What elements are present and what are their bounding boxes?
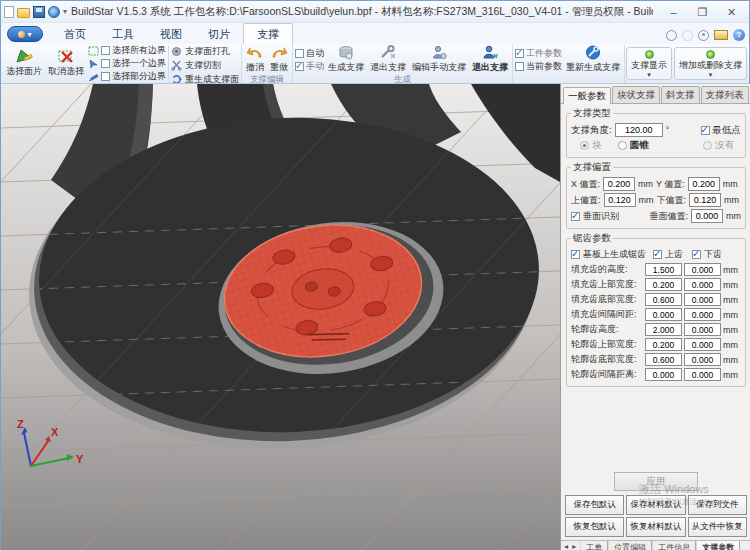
checkbox-box[interactable]	[295, 62, 304, 71]
select-facet-button[interactable]: 选择面片	[4, 49, 44, 78]
param-input-a[interactable]	[645, 338, 682, 351]
bottom-tab-support-params[interactable]: 支撑参数	[696, 541, 740, 550]
app-menu-button[interactable]: ▾	[7, 26, 43, 42]
param-input-a[interactable]	[645, 293, 682, 306]
param-input-b[interactable]	[684, 338, 721, 351]
checkbox-workpiece-params[interactable]: 工件参数	[515, 48, 562, 59]
param-input-b[interactable]	[684, 278, 721, 291]
save-icon[interactable]	[33, 6, 45, 18]
help-icon[interactable]: ?	[733, 29, 745, 41]
checkbox-auto[interactable]: 自动	[295, 48, 324, 59]
regen-support-face-button[interactable]: 重生成支撑面	[171, 73, 239, 84]
save-material-default-button[interactable]: 保存材料默认	[626, 495, 685, 515]
gear-icon[interactable]	[698, 30, 709, 41]
close-button[interactable]: ✕	[717, 3, 746, 21]
save-package-default-button[interactable]: 保存包默认	[565, 495, 624, 515]
support-punch-button[interactable]: 支撑面打孔	[171, 45, 239, 57]
bottom-tab-position-edit[interactable]: 位置编辑	[608, 541, 652, 550]
param-input-b[interactable]	[684, 263, 721, 276]
lowest-point-checkbox[interactable]	[701, 126, 710, 135]
restore-material-default-button[interactable]: 恢复材料默认	[626, 517, 685, 537]
tab-support[interactable]: 支撑	[243, 23, 293, 44]
screen-options-icon[interactable]	[714, 30, 728, 40]
down-offset-input[interactable]	[689, 193, 721, 207]
vertical-face-checkbox[interactable]	[571, 212, 580, 221]
regenerate-support-button[interactable]: 重新生成支撑	[564, 45, 622, 74]
y-offset-input[interactable]	[688, 177, 720, 191]
radio-cone[interactable]	[618, 141, 627, 150]
param-input-a[interactable]	[645, 368, 682, 381]
exit-support-button-2[interactable]: 退出支撑	[470, 45, 510, 74]
support-cut-button[interactable]: 支撑切割	[171, 59, 239, 71]
quickbar-dropdown-icon[interactable]: ▾	[63, 7, 67, 16]
tab-general-params[interactable]: 一般参数	[563, 87, 611, 104]
checkbox-select-one-boundary[interactable]: 选择一个边界	[101, 58, 166, 69]
circle-icon[interactable]	[682, 30, 693, 41]
tab-tools[interactable]: 工具	[99, 24, 147, 44]
tab-block-support[interactable]: 块状支撑	[612, 86, 660, 103]
generate-support-button[interactable]: 生成支撑	[326, 45, 366, 74]
tab-slice[interactable]: 切片	[195, 24, 243, 44]
undo-button[interactable]: 撤消	[244, 45, 266, 74]
radio-none[interactable]	[703, 141, 712, 150]
checkbox-select-all-boundary[interactable]: 选择所有边界	[101, 45, 166, 56]
angle-input[interactable]	[615, 123, 663, 137]
vf-offset-input[interactable]	[691, 209, 723, 223]
deselect-button[interactable]: 取消选择	[46, 49, 86, 78]
radio-block[interactable]	[580, 141, 589, 150]
checkbox-box[interactable]	[295, 49, 304, 58]
tab-slant-support[interactable]: 斜支撑	[661, 86, 700, 103]
checkbox-box[interactable]	[515, 49, 524, 58]
support-display-button[interactable]: 支撑显示 ▾	[626, 47, 672, 80]
lower-tooth-checkbox[interactable]	[692, 250, 701, 259]
param-input-a[interactable]	[645, 308, 682, 321]
cursor-icon[interactable]	[88, 58, 99, 69]
compass-icon[interactable]	[666, 30, 677, 41]
tab-support-list[interactable]: 支撑列表	[701, 86, 749, 103]
y-offset-label: Y 偏置:	[656, 178, 685, 191]
param-input-b[interactable]	[684, 308, 721, 321]
checkbox-select-part-boundary[interactable]: 选择部分边界	[101, 71, 166, 82]
restore-from-file-button[interactable]: 从文件中恢复	[688, 517, 747, 537]
checkbox-box[interactable]	[515, 62, 524, 71]
param-input-a[interactable]	[645, 353, 682, 366]
checkbox-manual[interactable]: 手动	[295, 61, 324, 72]
param-input-a[interactable]	[645, 263, 682, 276]
param-input-b[interactable]	[684, 353, 721, 366]
bottom-tab-part-info[interactable]: 工件信息	[652, 541, 696, 550]
bottom-tab-worklist[interactable]: 工单	[580, 541, 608, 550]
tab-home[interactable]: 首页	[51, 24, 99, 44]
param-input-b[interactable]	[684, 368, 721, 381]
unit-label: mm	[723, 355, 738, 365]
upper-tooth-checkbox[interactable]	[653, 250, 662, 259]
param-input-b[interactable]	[684, 293, 721, 306]
edit-manual-support-button[interactable]: 编辑手动支撑	[410, 45, 468, 74]
tab-view[interactable]: 视图	[147, 24, 195, 44]
viewport-3d[interactable]: Z X Y	[1, 84, 560, 550]
apply-button[interactable]: 应用	[614, 472, 698, 491]
restore-package-default-button[interactable]: 恢复包默认	[565, 517, 624, 537]
x-offset-input[interactable]	[603, 177, 635, 191]
maximize-button[interactable]: ❐	[688, 3, 717, 21]
add-remove-support-label: 增加或删除支撑	[679, 59, 742, 72]
param-input-a[interactable]	[645, 278, 682, 291]
param-input-b[interactable]	[684, 323, 721, 336]
pencil-icon[interactable]	[88, 71, 99, 82]
tab-scroll-arrows[interactable]: ◂ ▸	[561, 541, 580, 550]
app-sphere-icon[interactable]	[48, 6, 60, 18]
rect-select-icon[interactable]	[88, 45, 99, 56]
new-document-icon[interactable]	[4, 6, 14, 18]
minimize-button[interactable]: –	[659, 3, 688, 21]
param-input-a[interactable]	[645, 323, 682, 336]
add-remove-support-button[interactable]: 增加或删除支撑 ▾	[674, 47, 747, 80]
checkbox-box[interactable]	[101, 46, 110, 55]
checkbox-box[interactable]	[101, 72, 110, 81]
save-to-file-button[interactable]: 保存到文件	[688, 495, 747, 515]
open-folder-icon[interactable]	[17, 8, 30, 18]
up-offset-input[interactable]	[604, 193, 636, 207]
redo-button[interactable]: 重做	[268, 45, 290, 74]
checkbox-current-params[interactable]: 当前参数	[515, 61, 562, 72]
sawtooth-base-checkbox[interactable]	[571, 250, 580, 259]
checkbox-box[interactable]	[101, 59, 110, 68]
exit-support-button[interactable]: 退出支撑	[368, 45, 408, 74]
